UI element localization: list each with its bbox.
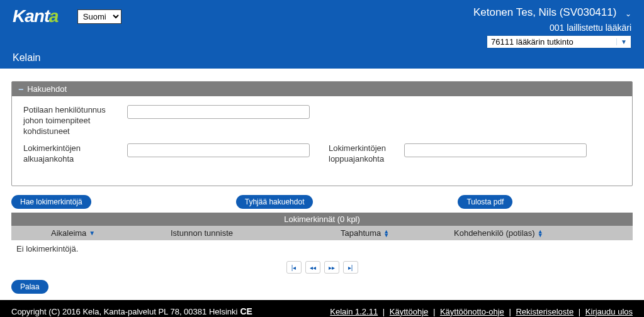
- sort-icon: ▲▼: [538, 230, 543, 238]
- panel-title: Hakuehdot: [27, 84, 67, 94]
- search-panel: − Hakuehdot Potilaan henkilötunnus johon…: [11, 81, 633, 186]
- register-link[interactable]: Rekisteriseloste: [516, 307, 573, 316]
- user-role: 001 laillistettu lääkäri: [473, 23, 631, 33]
- user-name: Ketonen Tes, Nils (SV030411): [473, 6, 616, 19]
- column-event[interactable]: Tapahtuma ▲▼: [336, 226, 449, 240]
- sort-icon: ▲▼: [383, 230, 389, 238]
- qualification-select[interactable]: 76111 lääkärin tutkinto ▼: [487, 35, 631, 48]
- chevron-down-icon: ▼: [616, 38, 627, 45]
- pager-last-icon[interactable]: ▸|: [343, 261, 358, 274]
- setup-link[interactable]: Käyttöönotto-ohje: [440, 307, 504, 316]
- table-header: Aikaleima ▼ Istunnon tunniste Tapahtuma …: [11, 226, 633, 240]
- footer: Copyright (C) 2016 Kela, Kanta-palvelut …: [0, 300, 644, 317]
- pager: |◂ ◂◂ ▸▸ ▸|: [11, 261, 633, 274]
- pager-first-icon[interactable]: |◂: [286, 261, 302, 274]
- chevron-down-icon[interactable]: ⌄: [625, 9, 631, 18]
- collapse-icon: −: [18, 85, 23, 94]
- search-button[interactable]: Hae lokimerkintöjä: [11, 195, 91, 209]
- version-link[interactable]: Kelain 1.2.11: [330, 307, 378, 316]
- ce-mark: CE: [240, 306, 252, 316]
- app-subtitle: Kelain: [13, 52, 631, 64]
- print-button[interactable]: Tulosta pdf: [458, 195, 512, 209]
- column-timestamp[interactable]: Aikaleima ▼: [46, 226, 166, 240]
- pager-prev-icon[interactable]: ◂◂: [305, 261, 320, 274]
- start-time-input[interactable]: [127, 143, 310, 157]
- logo: Kanta: [13, 6, 59, 26]
- language-select[interactable]: Suomi: [77, 9, 121, 24]
- pager-next-icon[interactable]: ▸▸: [324, 261, 339, 274]
- start-time-label: Lokimerkintöjen alkuajankohta: [23, 143, 121, 165]
- logout-link[interactable]: Kirjaudu ulos: [585, 307, 633, 316]
- sort-desc-icon: ▼: [89, 230, 95, 236]
- empty-message: Ei lokimerkintöjä.: [11, 240, 633, 257]
- table-title: Lokimerkinnät (0 kpl): [11, 213, 633, 226]
- panel-header[interactable]: − Hakuehdot: [12, 82, 632, 96]
- clear-button[interactable]: Tyhjää hakuehdot: [236, 195, 314, 209]
- patient-id-label: Potilaan henkilötunnus johon toimenpitee…: [23, 105, 121, 137]
- footer-links: Kelain 1.2.11 | Käyttöohje | Käyttöönott…: [330, 307, 633, 316]
- column-target[interactable]: Kohdehenkilö (potilas) ▲▼: [449, 226, 606, 240]
- end-time-input[interactable]: [404, 143, 587, 157]
- copyright: Copyright (C) 2016 Kela, Kanta-palvelut …: [11, 307, 237, 316]
- user-block: Ketonen Tes, Nils (SV030411) ⌄ 001 laill…: [473, 6, 631, 48]
- app-header: Kanta Suomi Ketonen Tes, Nils (SV030411)…: [0, 0, 644, 69]
- column-session[interactable]: Istunnon tunniste: [166, 226, 336, 240]
- end-time-label: Lokimerkintöjen loppuajankohta: [329, 143, 398, 165]
- back-button[interactable]: Palaa: [11, 280, 48, 294]
- guide-link[interactable]: Käyttöohje: [390, 307, 428, 316]
- patient-id-input[interactable]: [127, 105, 310, 119]
